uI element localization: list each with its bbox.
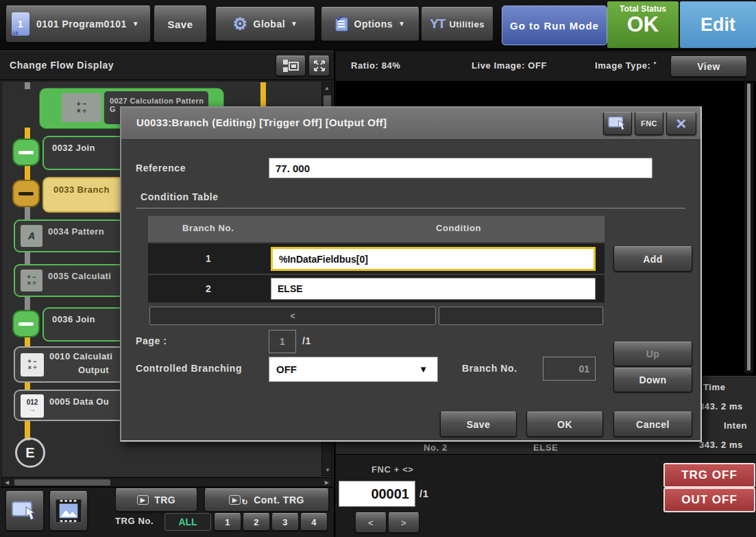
ratio-value: 84% <box>382 60 401 71</box>
cont-trg-button[interactable]: ▶ ↻ Cont. TRG <box>204 488 329 512</box>
program-selector[interactable]: 110 0101 Program0101 ▼ <box>5 5 151 43</box>
image-vertical-scrollbar[interactable] <box>744 82 753 373</box>
flow-unit-label: 0032 Join <box>52 143 95 153</box>
fnc-counter-field[interactable] <box>339 481 415 507</box>
reference-field[interactable] <box>269 158 653 178</box>
fnc-prev-button[interactable]: < <box>355 512 387 533</box>
dialog-fnc-button[interactable]: FNC <box>635 112 663 135</box>
column-branch-no: Branch No. <box>182 223 234 233</box>
branch-no-cell: 1 <box>206 253 211 264</box>
go-to-run-mode-button[interactable]: Go to Run Mode <box>502 5 607 45</box>
add-button[interactable]: Add <box>613 246 692 272</box>
top-toolbar: 110 0101 Program0101 ▼ Save ⚙ Global ▼ O… <box>0 0 756 50</box>
join-node-0036[interactable] <box>12 310 40 337</box>
reference-input[interactable] <box>269 158 652 178</box>
chevron-down-icon: ▼ <box>419 364 428 374</box>
image-file-button[interactable] <box>49 491 88 531</box>
up-button[interactable]: Up <box>613 342 692 366</box>
calculation-icon: + −× ÷ <box>62 93 101 122</box>
controlled-branching-label: Controlled Branching <box>136 363 242 374</box>
global-menu-button[interactable]: ⚙ Global ▼ <box>215 7 315 41</box>
trg-no-4-button[interactable]: 4 <box>300 513 328 531</box>
scroll-left-icon[interactable]: ◀ <box>5 480 9 486</box>
chevron-down-icon: ▼ <box>132 21 139 27</box>
trg-no-1-button[interactable]: 1 <box>214 513 241 531</box>
live-image-value: OFF <box>528 60 547 71</box>
touch-screen-icon <box>607 115 628 132</box>
dialog-title-bar[interactable]: U0033:Branch (Editing) [Trigger Off] [Ou… <box>121 108 700 140</box>
calculation-icon: + −× ÷ <box>21 270 42 291</box>
condition-row[interactable]: 1 <box>148 243 605 274</box>
image-panel-header: Ratio: 84% Live Image: OFF Image Type: *… <box>336 52 756 82</box>
fnc-counter-input[interactable] <box>339 481 415 506</box>
cancel-button[interactable]: Cancel <box>613 411 692 437</box>
controlled-branching-select[interactable]: OFF ▼ <box>269 357 438 382</box>
view-button[interactable]: View <box>670 56 747 77</box>
trg-no-3-button[interactable]: 3 <box>271 513 299 531</box>
dialog-title: U0033:Branch (Editing) [Trigger Off] [Ou… <box>136 117 387 128</box>
select-value: OFF <box>276 363 297 375</box>
edit-mode-badge: Edit <box>680 1 756 48</box>
condition-input-1[interactable] <box>273 249 594 269</box>
condition-field[interactable] <box>271 278 596 300</box>
image-type-label: Image Type: * <box>595 60 657 71</box>
scrollbar-thumb[interactable] <box>747 84 751 370</box>
flow-display-mode-button[interactable] <box>276 56 306 76</box>
chevron-down-icon: ▼ <box>398 21 405 27</box>
trg-no-2-button[interactable]: 2 <box>243 513 270 531</box>
utilities-button[interactable]: YT Utilities <box>421 7 493 41</box>
flow-unit-label: 0005 Data Ou <box>49 396 109 407</box>
flow-rail <box>25 82 30 89</box>
fnc-next-button[interactable]: > <box>388 512 419 533</box>
condition-field-focused[interactable] <box>271 247 596 271</box>
live-image-label: Live Image: OFF <box>472 60 547 71</box>
save-dialog-button[interactable]: Save <box>440 411 517 437</box>
result-row-condition: ELSE <box>533 442 558 453</box>
down-button[interactable]: Down <box>613 368 692 392</box>
result-intensity-label: Inten <box>724 420 747 431</box>
ok-button[interactable]: OK <box>526 411 603 437</box>
condition-row[interactable]: 2 <box>148 275 605 302</box>
join-node-0032[interactable] <box>12 139 40 166</box>
dialog-close-button[interactable]: × <box>666 112 696 135</box>
flow-panel-title: Change Flow Display <box>10 60 114 71</box>
minus-icon <box>19 151 34 154</box>
out-off-button[interactable]: OUT OFF <box>663 488 755 512</box>
flow-unit-label: 0033 Branch <box>53 184 110 195</box>
touch-panel-button[interactable] <box>5 491 44 531</box>
ratio-label: Ratio: 84% <box>351 60 400 71</box>
flow-expand-button[interactable] <box>308 56 330 76</box>
table-pager-left[interactable]: < <box>149 307 436 325</box>
play-icon: ▶ <box>137 495 149 505</box>
trg-no-all-button[interactable]: ALL <box>164 513 211 531</box>
result-time-value: 343. 2 ms <box>699 401 743 411</box>
pattern-icon: A <box>21 225 42 247</box>
options-menu-button[interactable]: Options ▼ <box>321 7 419 41</box>
condition-input-2[interactable] <box>271 278 595 299</box>
divider <box>136 208 685 208</box>
checklist-icon <box>335 16 349 32</box>
page-value-box: 1 <box>269 330 296 353</box>
expand-icon <box>313 60 326 72</box>
trg-off-button[interactable]: TRG OFF <box>663 463 755 488</box>
dialog-touch-panel-button[interactable] <box>603 112 632 135</box>
result-intensity-value: 343. 2 ms <box>699 440 743 450</box>
fnc-total: /1 <box>419 488 429 499</box>
fnc-navigation-bar: FNC + <> /1 < > TRG OFF OUT OFF <box>336 454 756 537</box>
data-output-icon: 012→ <box>21 394 44 418</box>
calculation-icon: + −× ÷ <box>21 353 44 377</box>
flow-list-icon <box>282 59 299 73</box>
table-pager-right[interactable] <box>439 307 603 325</box>
scroll-up-icon[interactable]: ▲ <box>322 86 332 91</box>
column-condition: Condition <box>436 223 481 233</box>
flow-horizontal-scrollbar[interactable]: ◀ ▶ <box>1 477 332 487</box>
result-time-label: Time <box>703 382 726 392</box>
scroll-right-icon[interactable]: ▶ <box>325 480 329 486</box>
save-button[interactable]: Save <box>154 5 207 43</box>
trg-button[interactable]: ▶ TRG <box>115 488 197 512</box>
result-row-no: No. 2 <box>424 442 448 453</box>
branch-node-0033[interactable] <box>12 180 40 207</box>
scrollbar-thumb[interactable] <box>14 479 110 486</box>
page-label: Page : <box>136 335 167 346</box>
scroll-down-icon[interactable]: ▼ <box>325 468 330 473</box>
